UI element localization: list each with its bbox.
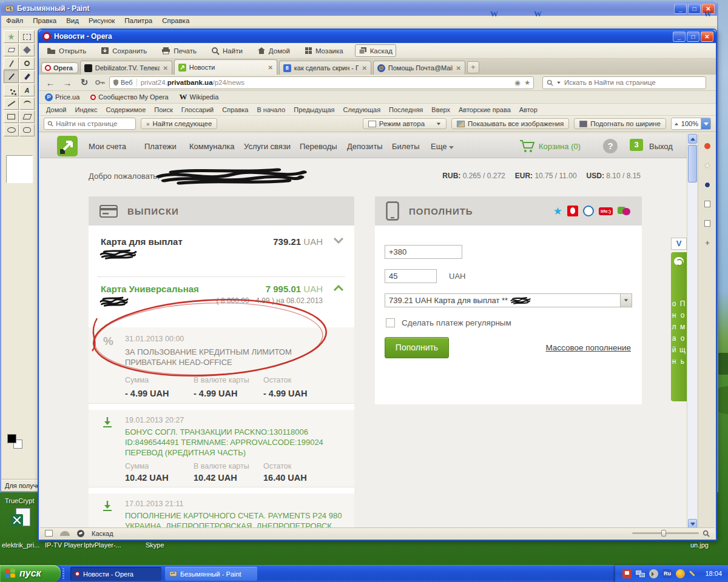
cart-icon[interactable]	[519, 139, 535, 153]
tray-wand-icon[interactable]	[689, 569, 698, 578]
quick-launch-handle[interactable]	[62, 568, 64, 579]
bookmark-star-icon[interactable]: ★	[524, 79, 530, 87]
amount-input[interactable]	[385, 269, 437, 283]
scroll-up-button[interactable]	[688, 134, 697, 144]
tool-select-icon[interactable]	[19, 30, 35, 43]
find-input-wrap[interactable]	[44, 118, 136, 130]
nav-telecom[interactable]: Услуги связи	[244, 142, 291, 151]
author-mode-select[interactable]: Режим автора	[363, 118, 447, 129]
scrollbar-thumb[interactable]	[688, 145, 697, 182]
tray-volume-icon[interactable]	[649, 569, 658, 578]
paint-menu-file[interactable]: Файл	[6, 17, 23, 25]
pagelink-up[interactable]: Вверх	[431, 106, 450, 113]
pagelink-copyright[interactable]: Авторские права	[459, 106, 511, 113]
tab-mailru-help[interactable]: @ Помощь Почта@Mail.Ru...✕	[373, 61, 465, 75]
pagelink-contents[interactable]: Содержимое	[106, 106, 146, 113]
tray-lightning-icon[interactable]	[676, 569, 685, 578]
fit-width-button[interactable]: Подогнать по ширине	[574, 118, 666, 129]
tile-button[interactable]: Мозаика	[302, 45, 346, 56]
nav-my-accounts[interactable]: Мои счета	[89, 142, 126, 151]
chevron-up-icon[interactable]	[334, 285, 343, 291]
pagelink-home[interactable]: Домой	[46, 106, 67, 113]
tab-google-search[interactable]: 8 как сделать скрин - По...✕	[279, 61, 371, 75]
chevron-down-icon[interactable]	[557, 81, 561, 84]
nav-payments[interactable]: Платежи	[144, 142, 177, 151]
pagelink-help[interactable]: Справка	[222, 106, 248, 113]
desktop-icon-label[interactable]: IptvPlayer-...	[84, 541, 121, 549]
forward-button[interactable]: →	[61, 78, 74, 88]
chevron-down-icon[interactable]	[334, 238, 343, 244]
transaction-row[interactable]: % 31.01.2013 00:00 ЗА ПОЛЬЗОВАНИЕ КРЕДИТ…	[89, 327, 354, 404]
zoom-slider-track[interactable]	[632, 532, 699, 534]
turbo-icon[interactable]	[77, 530, 84, 537]
truecrypt-label[interactable]: TrueCrypt	[5, 497, 35, 504]
tool-polygon-icon[interactable]	[19, 110, 35, 123]
show-images-button[interactable]: Показывать все изображения	[451, 118, 569, 129]
notes-panel-icon[interactable]	[703, 199, 712, 209]
pagelink-index[interactable]: Индекс	[75, 106, 98, 113]
bookmark-wikipedia[interactable]: W Wikipedia	[180, 92, 219, 102]
link-sync-icon[interactable]	[60, 531, 70, 536]
tool-rectangle-icon[interactable]	[4, 110, 19, 123]
card-name[interactable]: Карта для выплат	[101, 236, 183, 247]
tray-alert-icon[interactable]	[622, 569, 632, 578]
save-button[interactable]: Сохранить	[98, 45, 150, 56]
tab-close-icon[interactable]: ✕	[456, 65, 460, 72]
taskbar-task-paint[interactable]: Безымянный - Paint	[165, 567, 257, 581]
paint-menu-palette[interactable]: Палитра	[124, 17, 152, 25]
opera-menu-button[interactable]: Opera	[41, 62, 78, 73]
reload-button[interactable]: ↻	[78, 77, 91, 88]
nav-tickets[interactable]: Билеты	[392, 142, 419, 151]
nav-deposits[interactable]: Депозиты	[347, 142, 383, 151]
phone-input[interactable]	[385, 245, 462, 259]
opera-maximize-button[interactable]: □	[687, 32, 699, 42]
bookmark-myopera[interactable]: Сообщество My Opera	[90, 93, 168, 101]
help-button[interactable]: ?	[603, 139, 618, 153]
excel-file-icon[interactable]	[11, 508, 33, 534]
topup-submit-button[interactable]: Пополнить	[385, 337, 449, 358]
pagelink-prev[interactable]: Предыдущая	[294, 106, 334, 113]
print-button[interactable]: Печать	[158, 45, 200, 56]
paint-color-indicator[interactable]	[5, 433, 32, 451]
url-field[interactable]: Веб privat24.privatbank.ua/p24/news ◉ ★	[109, 76, 534, 89]
paint-titlebar[interactable]: Безымянный - Paint _ □ ✕	[1, 1, 717, 16]
card-row-universal[interactable]: Карта Универсальная 7 995.01 UAH ( 8 000…	[89, 284, 354, 320]
tray-clock[interactable]: 18:04	[705, 570, 722, 577]
downloads-panel-icon[interactable]	[703, 219, 712, 229]
tool-free-select-icon[interactable]	[4, 30, 19, 43]
opera-titlebar[interactable]: Новости - Opera _ □ ✕	[39, 30, 716, 43]
recurring-checkbox[interactable]	[386, 318, 395, 327]
tool-rounded-rect-icon[interactable]	[19, 124, 35, 136]
paint-menu-help[interactable]: Справка	[162, 17, 189, 25]
v-button[interactable]: V	[671, 238, 687, 250]
pagelink-start[interactable]: В начало	[257, 106, 285, 113]
tool-text-icon[interactable]: A	[19, 84, 35, 96]
unite-icon[interactable]	[703, 141, 712, 151]
bookmark-priceua[interactable]: P Price.ua	[45, 93, 79, 101]
paint-maximize-button[interactable]: □	[688, 4, 701, 14]
nav-more[interactable]: Еще	[431, 142, 454, 151]
paint-menu-image[interactable]: Рисунок	[89, 17, 115, 25]
transaction-row[interactable]: 17.01.2013 21:11 ПОПОЛНЕНИЕ КАРТОЧНОГО С…	[89, 493, 354, 530]
home-button[interactable]: Домой	[254, 45, 293, 56]
opera-minimize-button[interactable]: _	[673, 32, 686, 42]
opera-close-button[interactable]: ✕	[701, 32, 713, 42]
tool-line-icon[interactable]	[4, 97, 19, 110]
tab-close-icon[interactable]: ✕	[268, 64, 272, 71]
tab-close-icon[interactable]: ✕	[362, 65, 366, 72]
key-icon[interactable]	[95, 79, 106, 86]
mass-topup-link[interactable]: Массовое пополнение	[545, 343, 631, 352]
recurring-label[interactable]: Сделать платеж регулярным	[402, 318, 511, 327]
tool-picker-icon[interactable]	[4, 57, 19, 70]
tab-debilizator[interactable]: Debilizator.TV. Телекан...✕	[80, 61, 172, 75]
tool-ellipse-icon[interactable]	[4, 124, 19, 136]
cart-label[interactable]: Корзина (0)	[539, 142, 581, 151]
card-row-payout[interactable]: Карта для выплат 739.21 UAH	[89, 236, 354, 270]
tool-curve-icon[interactable]	[19, 97, 35, 110]
transaction-row[interactable]: 19.01.2013 20:27 БОНУС СОГЛ. ТРАНЗАКЦИИ …	[89, 410, 354, 487]
tool-pencil-icon[interactable]	[4, 70, 19, 83]
desktop-icon-label[interactable]: Skype	[146, 541, 164, 549]
select-arrow-button[interactable]	[620, 294, 632, 307]
paint-menu-view[interactable]: Вид	[66, 17, 79, 25]
open-button[interactable]: Открыть	[44, 45, 89, 56]
